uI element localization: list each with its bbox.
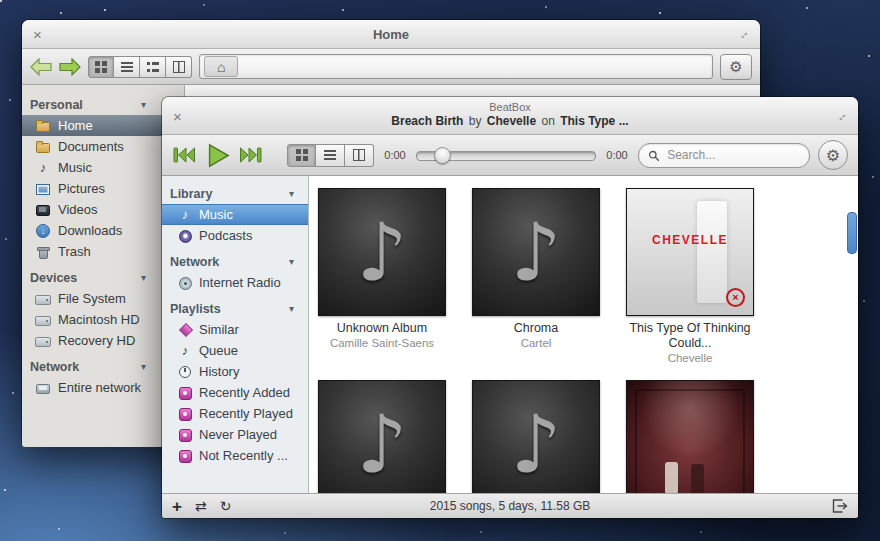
sidebar-item[interactable]: Internet Radio (162, 272, 308, 293)
shuffle-button[interactable]: ⇄ (195, 499, 207, 513)
sidebar-item[interactable]: Videos (22, 199, 184, 220)
beatbox-titlebar[interactable]: × BeatBox Breach Birth by Chevelle on Th… (162, 97, 858, 135)
search-input[interactable] (665, 147, 800, 163)
expander-icon[interactable]: ▾ (141, 99, 146, 110)
sidebar-item[interactable]: Trash (22, 241, 184, 262)
sidebar-item[interactable]: Pictures (22, 178, 184, 199)
sidebar-item[interactable]: Recently Played (162, 403, 308, 424)
album-item[interactable] (471, 380, 601, 493)
drive-icon (35, 312, 51, 328)
sidebar-item-label: History (199, 364, 239, 379)
sidebar-section-network: Network ▾ Internet Radio (162, 251, 308, 293)
home-folder-icon (35, 118, 51, 134)
sidebar-item[interactable]: File System (22, 288, 184, 309)
album-title: Chroma (471, 321, 601, 336)
album-artist: Chevelle (625, 352, 755, 364)
section-header-playlists[interactable]: Playlists ▾ (162, 298, 308, 319)
section-header-personal[interactable]: Personal ▾ (22, 94, 184, 115)
window-title: BeatBox (162, 97, 858, 113)
filesystem-icon (35, 291, 51, 307)
beatbox-settings-button[interactable]: ⚙ (818, 140, 848, 170)
sidebar-item[interactable]: Macintosh HD (22, 309, 184, 330)
section-header-devices[interactable]: Devices ▾ (22, 267, 184, 288)
list-view-button[interactable] (316, 144, 345, 167)
by-word: by (469, 114, 482, 128)
expander-icon[interactable]: ▾ (289, 303, 294, 314)
files-settings-button[interactable]: ⚙ (720, 54, 752, 80)
album-item[interactable]: Chroma Cartel (471, 188, 601, 364)
sidebar-item[interactable]: Similar (162, 319, 308, 340)
gear-icon: ⚙ (729, 58, 742, 76)
album-art-text: CHEVELLE (627, 233, 753, 247)
pictures-icon (35, 181, 51, 197)
documents-folder-icon (35, 139, 51, 155)
back-button[interactable] (30, 58, 52, 76)
repeat-button[interactable]: ↻ (220, 499, 232, 513)
sidebar-item-label: Queue (199, 343, 238, 358)
play-button[interactable] (204, 142, 231, 169)
info-panel-toggle-button[interactable] (832, 499, 848, 513)
maximize-icon[interactable]: ↔ (735, 26, 752, 43)
sidebar-item-label: Entire network (58, 380, 141, 395)
section-header-network[interactable]: Network ▾ (162, 251, 308, 272)
sidebar-item-label: Recently Played (199, 406, 293, 421)
section-header-library[interactable]: Library ▾ (162, 183, 308, 204)
add-playlist-button[interactable]: + (172, 498, 182, 515)
grid-view-button[interactable] (287, 144, 316, 167)
sidebar-item[interactable]: Downloads (22, 220, 184, 241)
album-item[interactable] (317, 380, 447, 493)
close-icon[interactable]: × (33, 27, 42, 42)
sidebar-item[interactable]: Documents (22, 136, 184, 157)
sidebar-item[interactable]: Recovery HD (22, 330, 184, 351)
album-item[interactable]: CHEVELLE This Type Of Thinking Could... … (625, 188, 755, 364)
beatbox-sidebar: Library ▾ Music Po (162, 176, 309, 493)
sidebar-section-personal: Personal ▾ Home Do (22, 94, 184, 262)
compact-view-button[interactable] (140, 56, 166, 78)
scrollbar-thumb[interactable] (847, 212, 857, 254)
album-item[interactable] (625, 380, 755, 493)
files-view-switcher (88, 56, 192, 78)
previous-button[interactable] (172, 145, 196, 165)
forward-button[interactable] (59, 58, 81, 76)
sidebar-item-label: File System (58, 291, 126, 306)
expander-icon[interactable]: ▾ (141, 361, 146, 372)
section-header-network[interactable]: Network ▾ (22, 356, 184, 377)
column-view-button[interactable] (166, 56, 192, 78)
sidebar-item-label: Similar (199, 322, 239, 337)
seek-slider[interactable] (416, 147, 596, 163)
column-view-icon (173, 61, 185, 73)
icon-view-button[interactable] (88, 56, 114, 78)
sidebar-item[interactable]: History (162, 361, 308, 382)
smart-playlist-icon (177, 448, 193, 464)
files-titlebar[interactable]: × Home ↔ (22, 20, 760, 49)
beatbox-view-switcher (287, 144, 374, 167)
next-button[interactable] (239, 145, 263, 165)
network-icon (35, 380, 51, 396)
sidebar-item[interactable]: Home (22, 115, 184, 136)
smart-playlist-icon (177, 406, 193, 422)
sidebar-item[interactable]: Recently Added (162, 382, 308, 403)
sidebar-item[interactable]: Not Recently ... (162, 445, 308, 466)
close-icon[interactable]: × (173, 108, 182, 123)
sidebar-item[interactable]: Entire network (22, 377, 184, 398)
export-icon (832, 499, 848, 513)
sidebar-item[interactable]: Never Played (162, 424, 308, 445)
search-field[interactable] (638, 143, 810, 168)
sidebar-item-label: Not Recently ... (199, 448, 288, 463)
expander-icon[interactable]: ▾ (289, 256, 294, 267)
path-bar[interactable]: ⌂ (199, 54, 713, 79)
seek-handle[interactable] (434, 147, 451, 164)
sidebar-item[interactable]: Queue (162, 340, 308, 361)
column-view-button[interactable] (345, 144, 374, 167)
list-view-button[interactable] (114, 56, 140, 78)
expander-icon[interactable]: ▾ (141, 272, 146, 283)
window-title: Home (373, 27, 409, 42)
breadcrumb-home[interactable]: ⌂ (204, 56, 238, 77)
album-item[interactable]: Unknown Album Camille Saint-Saens (317, 188, 447, 364)
sidebar-item[interactable]: Music (22, 157, 184, 178)
expander-icon[interactable]: ▾ (289, 188, 294, 199)
sidebar-item[interactable]: Music (162, 204, 308, 225)
music-icon (35, 160, 51, 176)
files-toolbar: ⌂ ⚙ (22, 49, 760, 85)
sidebar-item[interactable]: Podcasts (162, 225, 308, 246)
